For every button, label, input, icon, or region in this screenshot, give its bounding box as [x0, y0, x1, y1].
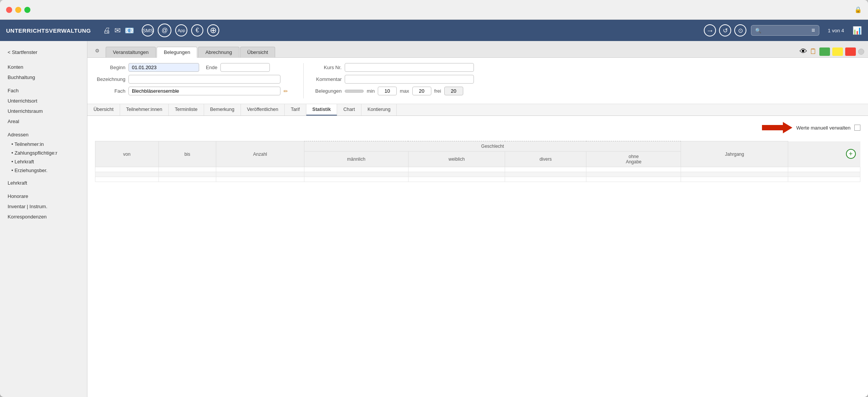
ende-input[interactable]: [220, 63, 270, 72]
subtab-ubersicht[interactable]: Übersicht: [87, 104, 120, 115]
subtab-bemerkung[interactable]: Bemerkung: [204, 104, 241, 115]
sidebar-item-inventar[interactable]: Inventar | Instrum.: [0, 201, 87, 212]
col-ohne-angabe: ohne Angabe: [586, 152, 681, 167]
table-header: von bis Anzahl Geschlecht: [95, 141, 860, 167]
eye-icon[interactable]: 👁: [800, 47, 807, 56]
sidebar-item-konten[interactable]: Konten: [0, 62, 87, 72]
max-input[interactable]: [412, 87, 431, 95]
cell-ohne-angabe: [586, 177, 681, 182]
tab-veranstaltungen[interactable]: Veranstaltungen: [106, 47, 156, 57]
statistics-table: von bis Anzahl Geschlecht: [95, 141, 860, 182]
cell-anzahl: [216, 172, 304, 177]
sidebar-item-fach[interactable]: Fach: [0, 85, 87, 96]
minimize-button[interactable]: [15, 7, 21, 13]
sub-tabs: Übersicht Teilnehmer:innen Terminliste B…: [87, 104, 868, 116]
svg-marker-0: [762, 122, 792, 133]
nav-icons-left: 🖨 ✉ 📧: [103, 26, 134, 35]
sidebar-item-erziehungsber[interactable]: Erziehungsber.: [0, 166, 87, 175]
nav-search-circle-icon[interactable]: ⊙: [734, 24, 746, 36]
werte-manuell-checkbox[interactable]: [854, 125, 860, 131]
subtab-teilnehmerinnen[interactable]: Teilnehmer:innen: [120, 104, 169, 115]
nav-counter: 1 von 4: [828, 28, 844, 33]
red-arrow-icon: [762, 122, 792, 133]
tab-belegungen[interactable]: Belegungen: [157, 47, 197, 58]
tab-abrechnung[interactable]: Abrechnung: [198, 47, 239, 57]
cell-ohne-angabe: [586, 167, 681, 172]
col-add: +: [788, 141, 860, 167]
subtab-statistik[interactable]: Statistik: [306, 104, 337, 115]
search-input[interactable]: [763, 28, 809, 33]
cell-weiblich: [408, 172, 505, 177]
subtab-veroffentlichen[interactable]: Veröffentlichen: [241, 104, 285, 115]
sidebar-item-lehrkraft[interactable]: Lehrkraft: [0, 178, 87, 188]
at-icon[interactable]: @: [158, 24, 171, 37]
fach-label: Fach: [95, 88, 125, 94]
add-row-button[interactable]: +: [846, 149, 856, 159]
app-logo: UNTERRICHTSVERWALTUNG: [6, 27, 91, 34]
mail-icon[interactable]: ✉: [114, 26, 121, 35]
sidebar-item-honorare[interactable]: Honorare: [0, 191, 87, 201]
subtab-terminliste[interactable]: Terminliste: [169, 104, 204, 115]
nav-arrow-right-icon[interactable]: →: [704, 24, 716, 36]
sidebar-item-areal[interactable]: Areal: [0, 116, 87, 127]
nav-bar: UNTERRICHTSVERWALTUNG 🖨 ✉ 📧 SMS @ App € …: [0, 20, 868, 41]
gear-button[interactable]: ⚙: [91, 44, 103, 57]
kommentar-label: Kommentar: [311, 76, 342, 82]
kommentar-input[interactable]: [345, 75, 474, 84]
tab-ubersicht[interactable]: Übersicht: [240, 47, 276, 57]
sidebar-item-lehrkraft-sub[interactable]: Lehrkraft: [0, 157, 87, 166]
cell-action: [788, 167, 860, 172]
belegungen-value: [345, 90, 364, 93]
sidebar-item-back[interactable]: < Startfenster: [0, 47, 87, 57]
traffic-lights: [6, 7, 30, 13]
app-icon[interactable]: App: [175, 24, 187, 36]
cell-ohne-angabe: [586, 172, 681, 177]
content-body: Werte manuell verwalten von bis: [87, 116, 868, 397]
bezeichnung-input[interactable]: [128, 75, 280, 84]
note-icon[interactable]: 🗒: [809, 47, 817, 56]
col-weiblich: weiblich: [408, 152, 505, 167]
maximize-button[interactable]: [24, 7, 30, 13]
kursnr-input[interactable]: [345, 63, 474, 72]
main-layout: < Startfenster Konten Buchhaltung Fach U…: [0, 41, 868, 397]
subtab-chart[interactable]: Chart: [337, 104, 361, 115]
frei-label: frei: [434, 88, 441, 94]
main-tabs-bar: ⚙ Veranstaltungen Belegungen Abrechnung …: [87, 41, 868, 58]
sidebar-item-teilnehmer[interactable]: Teilnehmer:in: [0, 140, 87, 149]
subtab-tarif[interactable]: Tarif: [285, 104, 306, 115]
min-input[interactable]: [378, 87, 397, 95]
sidebar-item-unterrichtsort[interactable]: Unterrichtsort: [0, 96, 87, 106]
sidebar-item-korrespondenzen[interactable]: Korrespondenzen: [0, 212, 87, 222]
cell-bis: [158, 172, 216, 177]
cell-action: [788, 177, 860, 182]
cell-anzahl: [216, 177, 304, 182]
tabs-right-area: 👁 🗒: [800, 47, 864, 56]
plus-icon[interactable]: ⊕: [207, 24, 219, 36]
close-button[interactable]: [6, 7, 12, 13]
sidebar-item-unterrichtsraum[interactable]: Unterrichtsraum: [0, 106, 87, 116]
cell-jahrgang: [681, 177, 788, 182]
status-color-green: [819, 47, 830, 56]
cell-divers: [505, 172, 586, 177]
lock-icon: 🔒: [854, 6, 862, 13]
nav-refresh-icon[interactable]: ↺: [719, 24, 731, 36]
form-row-kursnr: Kurs Nr.: [311, 63, 474, 72]
form-row-beginn: Beginn Ende: [95, 63, 288, 72]
fach-input[interactable]: [128, 87, 280, 95]
cell-mannlich: [304, 177, 408, 182]
subtab-kontierung[interactable]: Kontierung: [361, 104, 397, 115]
print-icon[interactable]: 🖨: [103, 26, 111, 35]
col-geschlecht-group: Geschlecht: [304, 141, 681, 152]
sidebar-item-buchhaltung[interactable]: Buchhaltung: [0, 72, 87, 82]
fach-edit-icon[interactable]: ✏: [284, 88, 288, 94]
beginn-input[interactable]: [128, 63, 199, 72]
col-von: von: [95, 141, 159, 167]
euro-icon[interactable]: €: [191, 24, 203, 36]
mail2-icon[interactable]: 📧: [125, 26, 134, 35]
sidebar-item-zahlungspflichtige[interactable]: Zahlungspflichtige:r: [0, 149, 87, 157]
main-window: 🔒 UNTERRICHTSVERWALTUNG 🖨 ✉ 📧 SMS @ App …: [0, 0, 868, 397]
max-label: max: [400, 88, 409, 94]
cell-mannlich: [304, 167, 408, 172]
sms-icon[interactable]: SMS: [142, 24, 154, 36]
cell-divers: [505, 167, 586, 172]
